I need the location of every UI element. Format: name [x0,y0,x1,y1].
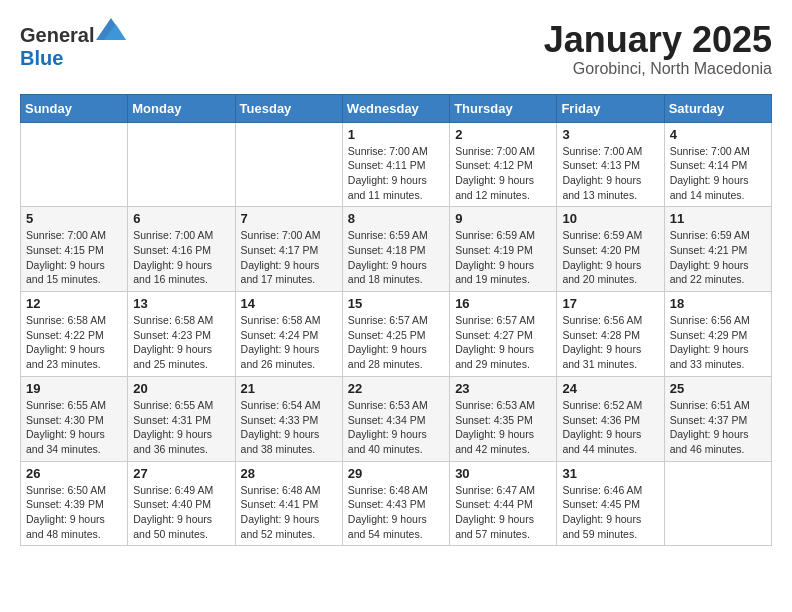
sunset-text: Sunset: 4:18 PM [348,243,444,258]
daylight-text: Daylight: 9 hours and 38 minutes. [241,427,337,456]
calendar-cell: 4Sunrise: 7:00 AMSunset: 4:14 PMDaylight… [664,122,771,207]
calendar-title: January 2025 [544,20,772,60]
sunrise-text: Sunrise: 6:52 AM [562,398,658,413]
sunrise-text: Sunrise: 6:53 AM [348,398,444,413]
calendar-cell: 5Sunrise: 7:00 AMSunset: 4:15 PMDaylight… [21,207,128,292]
week-row-3: 19Sunrise: 6:55 AMSunset: 4:30 PMDayligh… [21,376,772,461]
calendar-cell [128,122,235,207]
cell-day-number: 20 [133,381,229,396]
daylight-text: Daylight: 9 hours and 13 minutes. [562,173,658,202]
sunrise-text: Sunrise: 6:56 AM [670,313,766,328]
cell-info: Sunrise: 6:59 AMSunset: 4:21 PMDaylight:… [670,228,766,287]
cell-day-number: 15 [348,296,444,311]
sunrise-text: Sunrise: 7:00 AM [241,228,337,243]
daylight-text: Daylight: 9 hours and 23 minutes. [26,342,122,371]
sunset-text: Sunset: 4:14 PM [670,158,766,173]
calendar-cell: 16Sunrise: 6:57 AMSunset: 4:27 PMDayligh… [450,292,557,377]
sunrise-text: Sunrise: 6:48 AM [241,483,337,498]
sunrise-text: Sunrise: 6:51 AM [670,398,766,413]
week-row-1: 5Sunrise: 7:00 AMSunset: 4:15 PMDaylight… [21,207,772,292]
cell-day-number: 25 [670,381,766,396]
sunset-text: Sunset: 4:16 PM [133,243,229,258]
cell-day-number: 18 [670,296,766,311]
cell-day-number: 28 [241,466,337,481]
cell-info: Sunrise: 6:50 AMSunset: 4:39 PMDaylight:… [26,483,122,542]
logo-text: General Blue [20,20,126,70]
cell-info: Sunrise: 6:55 AMSunset: 4:30 PMDaylight:… [26,398,122,457]
calendar-cell: 15Sunrise: 6:57 AMSunset: 4:25 PMDayligh… [342,292,449,377]
calendar-table: Sunday Monday Tuesday Wednesday Thursday… [20,94,772,547]
sunset-text: Sunset: 4:25 PM [348,328,444,343]
sunset-text: Sunset: 4:33 PM [241,413,337,428]
cell-info: Sunrise: 7:00 AMSunset: 4:15 PMDaylight:… [26,228,122,287]
sunset-text: Sunset: 4:24 PM [241,328,337,343]
daylight-text: Daylight: 9 hours and 20 minutes. [562,258,658,287]
cell-info: Sunrise: 6:52 AMSunset: 4:36 PMDaylight:… [562,398,658,457]
calendar-cell: 22Sunrise: 6:53 AMSunset: 4:34 PMDayligh… [342,376,449,461]
cell-day-number: 9 [455,211,551,226]
daylight-text: Daylight: 9 hours and 42 minutes. [455,427,551,456]
cell-day-number: 16 [455,296,551,311]
cell-info: Sunrise: 6:56 AMSunset: 4:29 PMDaylight:… [670,313,766,372]
cell-day-number: 12 [26,296,122,311]
daylight-text: Daylight: 9 hours and 26 minutes. [241,342,337,371]
sunset-text: Sunset: 4:27 PM [455,328,551,343]
calendar-cell: 11Sunrise: 6:59 AMSunset: 4:21 PMDayligh… [664,207,771,292]
cell-day-number: 29 [348,466,444,481]
calendar-cell: 29Sunrise: 6:48 AMSunset: 4:43 PMDayligh… [342,461,449,546]
calendar-cell: 18Sunrise: 6:56 AMSunset: 4:29 PMDayligh… [664,292,771,377]
cell-info: Sunrise: 6:48 AMSunset: 4:41 PMDaylight:… [241,483,337,542]
week-row-2: 12Sunrise: 6:58 AMSunset: 4:22 PMDayligh… [21,292,772,377]
logo: General Blue [20,20,126,70]
daylight-text: Daylight: 9 hours and 14 minutes. [670,173,766,202]
daylight-text: Daylight: 9 hours and 54 minutes. [348,512,444,541]
calendar-cell: 8Sunrise: 6:59 AMSunset: 4:18 PMDaylight… [342,207,449,292]
sunrise-text: Sunrise: 6:50 AM [26,483,122,498]
daylight-text: Daylight: 9 hours and 16 minutes. [133,258,229,287]
cell-day-number: 17 [562,296,658,311]
sunset-text: Sunset: 4:31 PM [133,413,229,428]
sunset-text: Sunset: 4:20 PM [562,243,658,258]
sunrise-text: Sunrise: 6:59 AM [670,228,766,243]
cell-info: Sunrise: 7:00 AMSunset: 4:11 PMDaylight:… [348,144,444,203]
page-header: General Blue January 2025 Gorobinci, Nor… [20,20,772,78]
header-saturday: Saturday [664,94,771,122]
daylight-text: Daylight: 9 hours and 34 minutes. [26,427,122,456]
daylight-text: Daylight: 9 hours and 44 minutes. [562,427,658,456]
calendar-cell: 19Sunrise: 6:55 AMSunset: 4:30 PMDayligh… [21,376,128,461]
cell-day-number: 7 [241,211,337,226]
sunset-text: Sunset: 4:35 PM [455,413,551,428]
sunrise-text: Sunrise: 6:55 AM [26,398,122,413]
daylight-text: Daylight: 9 hours and 40 minutes. [348,427,444,456]
cell-day-number: 14 [241,296,337,311]
cell-info: Sunrise: 6:57 AMSunset: 4:27 PMDaylight:… [455,313,551,372]
cell-info: Sunrise: 7:00 AMSunset: 4:17 PMDaylight:… [241,228,337,287]
sunset-text: Sunset: 4:12 PM [455,158,551,173]
sunrise-text: Sunrise: 6:55 AM [133,398,229,413]
sunset-text: Sunset: 4:34 PM [348,413,444,428]
daylight-text: Daylight: 9 hours and 48 minutes. [26,512,122,541]
cell-info: Sunrise: 6:56 AMSunset: 4:28 PMDaylight:… [562,313,658,372]
cell-info: Sunrise: 7:00 AMSunset: 4:16 PMDaylight:… [133,228,229,287]
calendar-cell: 26Sunrise: 6:50 AMSunset: 4:39 PMDayligh… [21,461,128,546]
daylight-text: Daylight: 9 hours and 50 minutes. [133,512,229,541]
cell-day-number: 23 [455,381,551,396]
header-wednesday: Wednesday [342,94,449,122]
header-tuesday: Tuesday [235,94,342,122]
calendar-cell: 30Sunrise: 6:47 AMSunset: 4:44 PMDayligh… [450,461,557,546]
cell-day-number: 21 [241,381,337,396]
cell-info: Sunrise: 6:59 AMSunset: 4:19 PMDaylight:… [455,228,551,287]
sunrise-text: Sunrise: 6:48 AM [348,483,444,498]
daylight-text: Daylight: 9 hours and 22 minutes. [670,258,766,287]
daylight-text: Daylight: 9 hours and 19 minutes. [455,258,551,287]
cell-info: Sunrise: 6:59 AMSunset: 4:18 PMDaylight:… [348,228,444,287]
week-row-4: 26Sunrise: 6:50 AMSunset: 4:39 PMDayligh… [21,461,772,546]
sunrise-text: Sunrise: 6:58 AM [26,313,122,328]
daylight-text: Daylight: 9 hours and 29 minutes. [455,342,551,371]
sunrise-text: Sunrise: 6:49 AM [133,483,229,498]
cell-day-number: 22 [348,381,444,396]
sunrise-text: Sunrise: 6:57 AM [348,313,444,328]
logo-blue: Blue [20,47,63,69]
sunset-text: Sunset: 4:21 PM [670,243,766,258]
cell-info: Sunrise: 6:58 AMSunset: 4:24 PMDaylight:… [241,313,337,372]
